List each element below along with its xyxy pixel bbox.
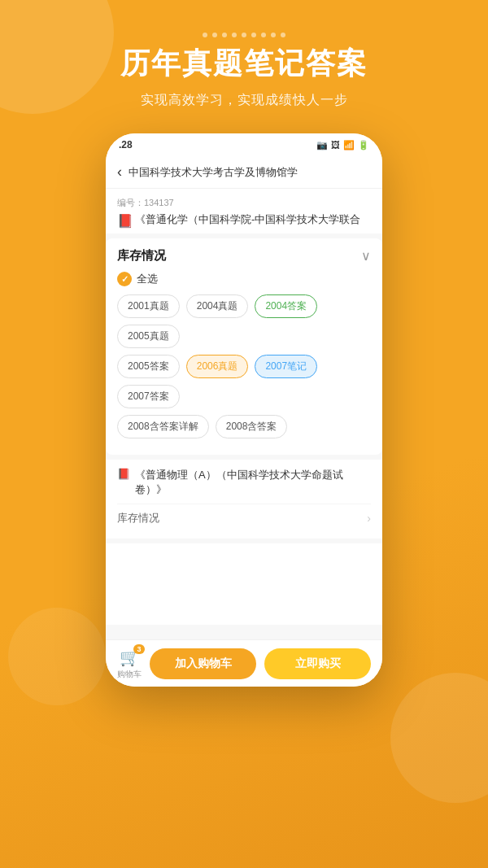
tag-2004-exam[interactable]: 2004真题 (186, 294, 249, 318)
decorative-dots (16, 33, 472, 37)
stock-title: 库存情况 (117, 248, 166, 264)
chevron-right-icon[interactable]: › (367, 512, 371, 525)
product-book-row: 📕 《普通化学（中国科学院-中国科学技术大学联合 (117, 212, 371, 227)
select-all-checkbox[interactable] (117, 272, 132, 286)
book2-icon: 📕 (117, 468, 130, 480)
tag-row-3: 2008含答案详解 2008含答案 (117, 415, 371, 438)
tag-2005-exam[interactable]: 2005真题 (117, 325, 180, 348)
tag-2006-exam[interactable]: 2006真题 (186, 355, 249, 378)
stock-panel: 库存情况 ∨ 全选 2001真题 2004真题 2004答案 2005真题 20… (106, 238, 382, 455)
bottom-action-bar: 🛒 3 购物车 加入购物车 立即购买 (106, 639, 382, 687)
tag-2004-answer[interactable]: 2004答案 (255, 294, 317, 318)
cart-button[interactable]: 🛒 3 购物车 (117, 648, 142, 680)
phone-nav-bar: ‹ 中国科学技术大学考古学及博物馆学 (106, 156, 382, 189)
tag-2007-notes[interactable]: 2007笔记 (255, 355, 317, 378)
cart-badge: 3 (133, 644, 144, 654)
tag-row-1: 2001真题 2004真题 2004答案 2005真题 (117, 294, 371, 348)
tag-2008-detailed[interactable]: 2008含答案详解 (117, 415, 209, 438)
tag-2008-answer[interactable]: 2008含答案 (216, 415, 288, 438)
book-icon: 📕 (117, 213, 130, 226)
tag-row-2: 2005答案 2006真题 2007笔记 2007答案 (117, 355, 371, 408)
empty-content-area (106, 543, 382, 625)
book2-section: 📕 《普通物理（A）（中国科学技术大学命题试卷）》 库存情况 › (106, 460, 382, 539)
book2-title-text: 《普通物理（A）（中国科学技术大学命题试卷）》 (135, 468, 371, 497)
tag-2005-answer[interactable]: 2005答案 (117, 355, 180, 378)
hero-title: 历年真题笔记答案 (16, 44, 472, 84)
add-to-cart-button[interactable]: 加入购物车 (150, 648, 256, 679)
hero-subtitle: 实现高效学习，实现成绩快人一步 (16, 92, 472, 109)
stock-label2: 库存情况 (117, 511, 159, 526)
phone-mockup: .28 📷 🖼 📶 🔋 ‹ 中国科学技术大学考古学及博物馆学 编号：134137… (0, 133, 488, 687)
signal-icon: 📶 (343, 140, 355, 150)
nav-title: 中国科学技术大学考古学及博物馆学 (129, 165, 371, 180)
hero-section: 历年真题笔记答案 实现高效学习，实现成绩快人一步 (0, 0, 488, 125)
book2-title-row: 📕 《普通物理（A）（中国科学技术大学命题试卷）》 (117, 468, 371, 497)
image-icon: 🖼 (331, 140, 340, 150)
stock-row2[interactable]: 库存情况 › (117, 504, 371, 532)
product-book-title: 《普通化学（中国科学院-中国科学技术大学联合 (135, 212, 360, 227)
chevron-down-icon[interactable]: ∨ (361, 248, 371, 264)
product-info-section: 编号：134137 📕 《普通化学（中国科学院-中国科学技术大学联合 (106, 189, 382, 233)
status-time: .28 (119, 139, 133, 150)
phone-screen: .28 📷 🖼 📶 🔋 ‹ 中国科学技术大学考古学及博物馆学 编号：134137… (106, 133, 382, 687)
camera-icon: 📷 (316, 140, 328, 150)
tag-2007-answer[interactable]: 2007答案 (117, 385, 180, 408)
status-icons: 📷 🖼 📶 🔋 (316, 140, 369, 150)
cart-label: 购物车 (117, 669, 142, 680)
select-all-label: 全选 (137, 272, 158, 286)
phone-content: 编号：134137 📕 《普通化学（中国科学院-中国科学技术大学联合 库存情况 … (106, 189, 382, 639)
select-all-row[interactable]: 全选 (117, 272, 371, 286)
back-button[interactable]: ‹ (117, 164, 122, 181)
battery-icon: 🔋 (358, 140, 369, 150)
status-bar: .28 📷 🖼 📶 🔋 (106, 133, 382, 156)
tag-2001-exam[interactable]: 2001真题 (117, 294, 180, 318)
stock-header: 库存情况 ∨ (117, 248, 371, 264)
buy-now-button[interactable]: 立即购买 (264, 648, 371, 679)
product-id: 编号：134137 (117, 197, 371, 209)
cart-icon-wrap: 🛒 3 (120, 648, 140, 667)
